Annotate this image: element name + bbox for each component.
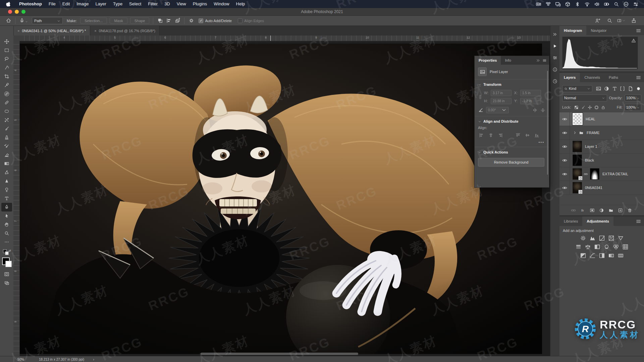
- tab-paths[interactable]: Paths: [604, 73, 623, 82]
- window-title-bar[interactable]: Adobe Photoshop 2021: [0, 8, 644, 16]
- lock-all-icon[interactable]: [601, 105, 605, 110]
- blend-mode-select[interactable]: Normal: [562, 95, 607, 102]
- screen-mode-toggle[interactable]: [1, 279, 12, 287]
- info-icon[interactable]: [552, 66, 557, 72]
- menu-3d[interactable]: 3D: [161, 1, 173, 6]
- quick-selection-tool[interactable]: [1, 63, 12, 72]
- spot-healing-brush-tool[interactable]: [1, 89, 12, 98]
- layer-row-black[interactable]: Black: [559, 154, 644, 167]
- layer-thumbnail[interactable]: [573, 113, 583, 125]
- actions-icon[interactable]: [552, 43, 557, 49]
- document-tab-1[interactable]: ×0N6A0341-1 @ 50% (HEAL, RGB/8*) *: [13, 26, 90, 36]
- history-icon[interactable]: [552, 78, 557, 84]
- align-v-center-icon[interactable]: [525, 132, 530, 138]
- link-dimensions-icon[interactable]: [478, 94, 483, 100]
- menu-select[interactable]: Select: [126, 1, 145, 6]
- move-tool[interactable]: [1, 37, 12, 46]
- home-icon[interactable]: [4, 17, 13, 24]
- tab-layers[interactable]: Layers: [559, 73, 580, 82]
- eyedropper-tool[interactable]: [1, 81, 12, 89]
- layer-visibility-eye-icon[interactable]: [559, 140, 570, 153]
- zoom-tool[interactable]: [1, 229, 12, 238]
- lock-artboard-icon[interactable]: [594, 105, 599, 110]
- path-alignment-icon[interactable]: [164, 17, 173, 24]
- quick-actions-header[interactable]: Quick Actions: [475, 148, 549, 156]
- path-operations-icon[interactable]: [156, 17, 164, 24]
- add-layer-mask-icon[interactable]: [590, 208, 595, 213]
- height-field[interactable]: 23.88 in: [491, 98, 512, 104]
- path-selection-tool[interactable]: [1, 212, 12, 220]
- pen-tool[interactable]: [1, 203, 12, 212]
- history-brush-tool[interactable]: [1, 142, 12, 150]
- horizontal-ruler[interactable]: 45678910111213: [19, 36, 550, 41]
- pen-tool-preset[interactable]: [19, 18, 28, 23]
- wifi-icon[interactable]: [583, 0, 591, 8]
- crop-tool[interactable]: [1, 72, 12, 81]
- auto-add-delete-checkbox[interactable]: ✓ Auto Add/Delete: [199, 18, 232, 23]
- gradient-tool[interactable]: [1, 159, 12, 168]
- width-field[interactable]: 3.17 in: [491, 90, 512, 96]
- more-options-button[interactable]: •••: [475, 139, 549, 146]
- tab-adjustments[interactable]: Adjustments: [582, 217, 613, 226]
- delete-layer-icon[interactable]: [627, 208, 632, 213]
- layer-filter-toggle[interactable]: [636, 86, 641, 92]
- siri-icon[interactable]: [622, 0, 630, 8]
- layer-name[interactable]: HEAL: [586, 117, 595, 121]
- black-white-adjustment-icon[interactable]: [594, 244, 600, 250]
- menu-edit[interactable]: Edit: [59, 1, 73, 6]
- invert-adjustment-icon[interactable]: [580, 252, 586, 259]
- menu-filter[interactable]: Filter: [145, 1, 161, 6]
- curves-adjustment-icon[interactable]: [599, 235, 605, 241]
- quick-mask-toggle[interactable]: [1, 270, 12, 279]
- bluetooth-icon[interactable]: [574, 0, 581, 8]
- tool-mode-select[interactable]: Path: [32, 17, 63, 24]
- brightness-contrast-adjustment-icon[interactable]: [580, 235, 586, 241]
- document-image[interactable]: [19, 44, 542, 354]
- panel-menu-icon[interactable]: [636, 26, 644, 35]
- tab-navigator[interactable]: Navigator: [586, 26, 611, 35]
- eraser-tool[interactable]: [1, 150, 12, 159]
- layer-thumbnail[interactable]: [573, 168, 582, 180]
- layer-thumbnail[interactable]: [573, 141, 582, 152]
- lock-position-icon[interactable]: [588, 105, 592, 110]
- filter-smart-objects-icon[interactable]: [628, 86, 633, 92]
- gear-icon[interactable]: [187, 17, 196, 24]
- workspace-layout-icon[interactable]: [617, 17, 626, 24]
- apple-menu-icon[interactable]: [5, 1, 11, 7]
- collapse-panels-icon[interactable]: [552, 31, 557, 37]
- clone-stamp-tool[interactable]: [1, 133, 12, 142]
- align-h-center-icon[interactable]: [488, 132, 494, 138]
- align-top-icon[interactable]: [515, 132, 521, 138]
- angle-field[interactable]: 0.00°: [486, 107, 509, 113]
- layer-row-0n6a0341[interactable]: 0N6A0341: [559, 181, 644, 195]
- filter-shape-layers-icon[interactable]: [620, 86, 625, 92]
- canvas-area[interactable]: [19, 41, 550, 356]
- tab-properties[interactable]: Properties: [475, 56, 501, 65]
- control-center-icon[interactable]: [632, 0, 639, 8]
- close-tab-icon[interactable]: ×: [94, 29, 96, 33]
- panel-menu-icon[interactable]: [636, 217, 644, 226]
- menu-file[interactable]: File: [45, 1, 59, 6]
- battery-icon[interactable]: [603, 0, 610, 8]
- menu-layer[interactable]: Layer: [92, 1, 110, 6]
- lock-pixels-icon[interactable]: [581, 105, 585, 110]
- search-icon[interactable]: [605, 17, 614, 24]
- gradient-map-adjustment-icon[interactable]: [608, 252, 614, 259]
- stage-manager-icon[interactable]: [564, 0, 571, 8]
- close-tab-icon[interactable]: ×: [17, 29, 19, 33]
- transform-section-header[interactable]: Transform: [475, 80, 549, 88]
- threshold-adjustment-icon[interactable]: [599, 252, 605, 259]
- layer-style-fx-icon[interactable]: fx: [580, 208, 585, 213]
- menu-plugins[interactable]: Plugins: [190, 1, 211, 6]
- menu-help[interactable]: Help: [233, 1, 249, 6]
- brush-tool[interactable]: [1, 124, 12, 133]
- spotlight-icon[interactable]: [612, 0, 620, 8]
- layer-name[interactable]: 0N6A0341: [585, 186, 602, 190]
- rectangular-marquee-tool[interactable]: [1, 46, 12, 55]
- x-field[interactable]: 1.5 in: [520, 90, 541, 96]
- hand-tool[interactable]: [1, 220, 12, 229]
- link-layers-icon[interactable]: [571, 208, 576, 213]
- type-tool[interactable]: [1, 194, 12, 203]
- align-section-header[interactable]: Align and Distribute: [475, 117, 549, 125]
- healing-brush-tool[interactable]: [1, 98, 12, 107]
